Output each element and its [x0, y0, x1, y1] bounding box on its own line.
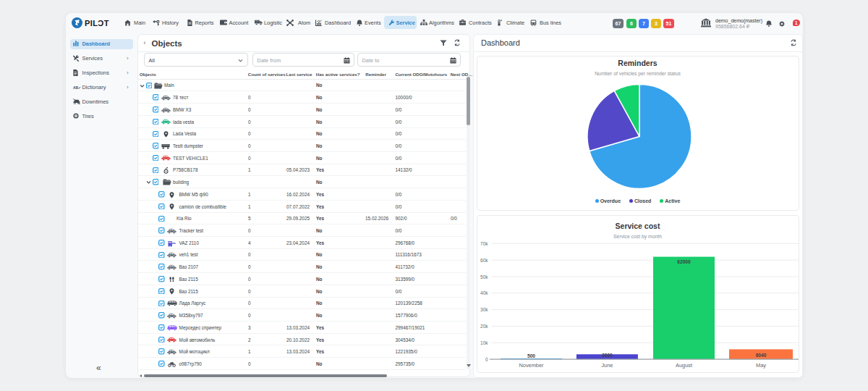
- svg-text:November: November: [519, 362, 544, 369]
- svg-text:May: May: [756, 362, 766, 369]
- svg-text:August: August: [676, 362, 692, 369]
- svg-text:0: 0: [485, 357, 488, 362]
- svg-text:40k: 40k: [480, 290, 488, 295]
- svg-text:20k: 20k: [480, 324, 488, 329]
- svg-text:62000: 62000: [677, 259, 691, 264]
- svg-text:June: June: [601, 362, 613, 369]
- svg-text:60k: 60k: [480, 258, 488, 263]
- svg-text:30k: 30k: [480, 307, 488, 312]
- svg-text:50k: 50k: [480, 274, 488, 279]
- svg-text:3000: 3000: [602, 353, 613, 358]
- svg-text:10k: 10k: [480, 340, 488, 345]
- svg-text:500: 500: [527, 353, 535, 358]
- svg-text:6040: 6040: [756, 353, 767, 358]
- svg-text:70k: 70k: [480, 241, 488, 246]
